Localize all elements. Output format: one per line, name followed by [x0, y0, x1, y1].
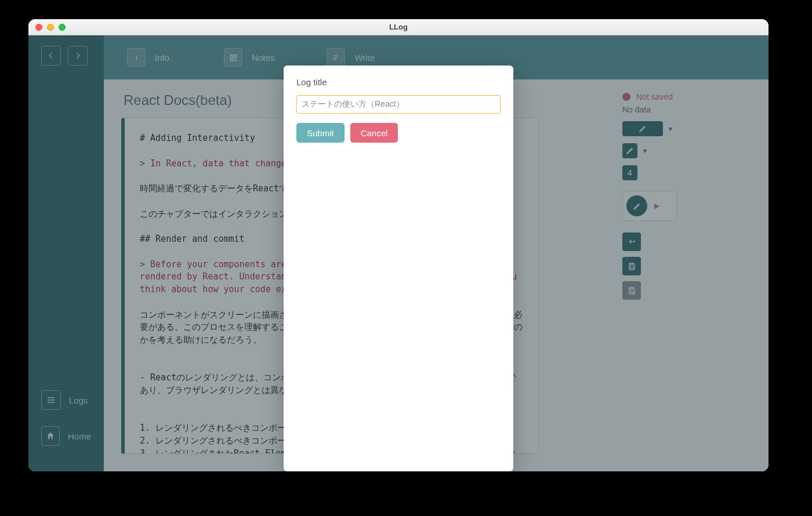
action-save-button[interactable]: [622, 257, 641, 275]
info-icon: [127, 48, 146, 67]
status-label: Not saved: [636, 92, 673, 101]
home-icon: [41, 426, 60, 446]
editor-line: # Adding Interactivity: [140, 133, 255, 143]
sidebar-item-label: Logs: [69, 395, 88, 405]
cancel-button[interactable]: Cancel: [350, 123, 398, 143]
inspector-panel: Not saved No data ▾: [606, 79, 768, 471]
tab-info[interactable]: Info.: [127, 48, 172, 67]
tab-label: Notes: [252, 53, 274, 63]
list-icon: [41, 390, 61, 410]
save-icon: [628, 262, 636, 271]
submit-button[interactable]: Submit: [296, 123, 345, 143]
nav-forward-button[interactable]: [68, 46, 88, 66]
svg-point-0: [136, 55, 137, 56]
status-dot-icon: [622, 93, 630, 101]
window-titlebar: LLog: [28, 19, 768, 35]
return-icon: [628, 238, 636, 246]
log-title-dialog: Log title Submit Cancel: [284, 66, 513, 471]
sidebar-item-home[interactable]: Home: [28, 418, 104, 454]
nav-back-button[interactable]: [41, 46, 61, 66]
sidebar: Logs Home: [28, 35, 104, 471]
app-window: LLog: [28, 19, 768, 471]
sidebar-item-label: Home: [68, 431, 91, 441]
write-icon: [327, 48, 345, 67]
arrow-left-icon: [47, 52, 55, 60]
pencil-icon: [626, 147, 634, 155]
save-icon: [628, 286, 636, 295]
tool-pencil-button[interactable]: [622, 143, 637, 158]
note-icon: [224, 48, 242, 67]
tab-label: Info.: [155, 53, 172, 63]
tool-select-button[interactable]: [622, 121, 663, 136]
window-controls: [35, 24, 66, 31]
arrow-right-icon: [74, 52, 82, 60]
no-data-label: No data: [622, 105, 757, 114]
play-icon: ▶: [654, 202, 659, 210]
action-return-button[interactable]: [622, 232, 641, 251]
window-maximize-button[interactable]: [59, 24, 66, 31]
action-save-disabled-button: [622, 281, 641, 300]
play-circle: [626, 195, 647, 216]
tab-label: Write: [354, 53, 375, 63]
window-minimize-button[interactable]: [47, 24, 54, 31]
tab-notes[interactable]: Notes: [224, 48, 274, 67]
editor-line: ## Render and commit: [140, 234, 245, 244]
tab-write[interactable]: Write: [327, 48, 375, 67]
pencil-icon: [633, 202, 641, 210]
log-title-input[interactable]: [296, 95, 501, 114]
sidebar-item-logs[interactable]: Logs: [28, 382, 104, 418]
chevron-down-icon[interactable]: ▾: [643, 147, 647, 155]
chevron-down-icon[interactable]: ▾: [669, 125, 672, 133]
window-close-button[interactable]: [35, 24, 42, 31]
window-title: LLog: [389, 23, 408, 31]
pencil-icon: [639, 125, 647, 133]
count-badge[interactable]: 4: [622, 165, 637, 180]
play-button-card[interactable]: ▶: [622, 191, 677, 221]
dialog-title: Log title: [296, 77, 501, 87]
save-status: Not saved: [622, 92, 757, 101]
